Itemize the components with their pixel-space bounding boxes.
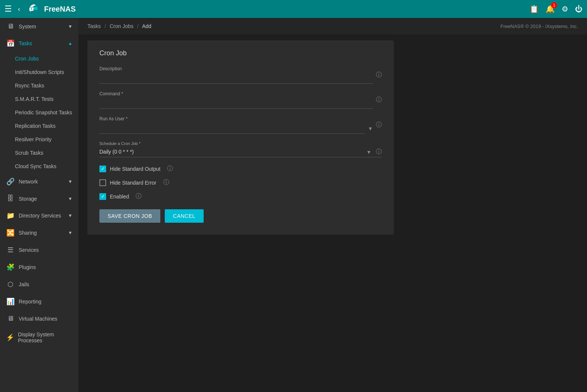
sidebar-subitem-scrub-tasks[interactable]: Scrub Tasks [0, 146, 78, 160]
sidebar-subitem-cron-jobs[interactable]: Cron Jobs [0, 52, 78, 65]
smart-tests-label: S.M.A.R.T. Tests [15, 96, 53, 102]
sharing-arrow-icon: ▼ [68, 230, 72, 235]
form-actions: SAVE CRON JOB CANCEL [99, 209, 382, 223]
logo-area: ☰ ‹ FreeNAS [4, 2, 529, 16]
periodic-snapshot-label: Periodic Snapshot Tasks [15, 109, 72, 115]
system-arrow-icon: ▼ [68, 24, 72, 29]
breadcrumb-tasks[interactable]: Tasks [87, 23, 101, 29]
enabled-checkbox[interactable]: ✓ [99, 193, 106, 200]
breadcrumb-bar: Tasks / Cron Jobs / Add FreeNAS® © 2019 … [78, 18, 587, 34]
run-as-user-help-icon[interactable]: ⓘ [376, 121, 382, 129]
app-title: FreeNAS [44, 5, 75, 13]
schedule-select-wrapper: Daily (0 0 * * *) Hourly (0 * * * *) Wee… [99, 146, 382, 157]
brand-info: FreeNAS® © 2019 - iXsystems, Inc. [500, 24, 578, 29]
sidebar: 🖥 System ▼ 📅 Tasks ▲ Cron Jobs Init/Shut… [0, 18, 78, 392]
sidebar-subitem-smart-tests[interactable]: S.M.A.R.T. Tests [0, 92, 78, 106]
storage-arrow-icon: ▼ [68, 196, 72, 201]
plugins-icon: 🧩 [6, 263, 15, 271]
schedule-select[interactable]: Daily (0 0 * * *) Hourly (0 * * * *) Wee… [99, 146, 382, 157]
notification-badge: 1 [551, 2, 557, 8]
content-area: Tasks / Cron Jobs / Add FreeNAS® © 2019 … [78, 18, 587, 392]
breadcrumb-add: Add [142, 23, 151, 29]
sidebar-item-label-display-system-processes: Display System Processes [18, 331, 72, 343]
header-icons: 📋 🔔 1 ⚙ ⏻ [529, 4, 583, 13]
sidebar-item-virtual-machines[interactable]: 🖥 Virtual Machines [0, 310, 78, 327]
clipboard-icon[interactable]: 📋 [529, 4, 539, 13]
command-field: Command * ⓘ [99, 91, 382, 109]
tasks-icon: 📅 [6, 39, 15, 47]
sidebar-subitem-resilver-priority[interactable]: Resilver Priority [0, 133, 78, 146]
hide-stderr-help-icon[interactable]: ⓘ [163, 179, 169, 186]
hide-stdout-checkbox[interactable]: ✓ [99, 166, 106, 172]
breadcrumb-cron-jobs[interactable]: Cron Jobs [109, 23, 133, 29]
hide-stderr-checkbox[interactable] [99, 179, 106, 186]
command-help-icon[interactable]: ⓘ [376, 96, 382, 104]
sharing-icon: 🔀 [6, 229, 15, 237]
sidebar-subitem-periodic-snapshot[interactable]: Periodic Snapshot Tasks [0, 106, 78, 119]
sidebar-item-display-system-processes[interactable]: ⚡ Display System Processes [0, 327, 78, 348]
hide-stdout-label: Hide Standard Output [110, 166, 160, 172]
sidebar-item-jails[interactable]: ⬡ Jails [0, 276, 78, 293]
schedule-label: Schedule a Cron Job * [99, 141, 382, 146]
schedule-help-icon[interactable]: ⓘ [376, 148, 382, 156]
sidebar-item-sharing[interactable]: 🔀 Sharing ▼ [0, 224, 78, 241]
sidebar-item-network[interactable]: 🔗 Network ▼ [0, 173, 78, 190]
init-shutdown-label: Init/Shutdown Scripts [15, 69, 64, 75]
sidebar-item-label-jails: Jails [19, 281, 29, 287]
hide-stdout-help-icon[interactable]: ⓘ [167, 165, 173, 173]
enabled-row: ✓ Enabled ⓘ [99, 192, 382, 200]
sidebar-item-tasks[interactable]: 📅 Tasks ▲ [0, 35, 78, 52]
cron-job-form-card: Cron Job Description ⓘ Command * [87, 40, 394, 235]
scrub-tasks-label: Scrub Tasks [15, 150, 43, 156]
cron-jobs-label: Cron Jobs [15, 56, 39, 62]
sidebar-subitem-rsync-tasks[interactable]: Rsync Tasks [0, 79, 78, 92]
save-cron-job-button[interactable]: SAVE CRON JOB [99, 209, 160, 223]
notification-bell-icon[interactable]: 🔔 1 [546, 4, 555, 13]
svg-point-0 [31, 8, 32, 10]
directory-services-arrow-icon: ▼ [68, 213, 72, 218]
tasks-arrow-icon: ▲ [68, 41, 72, 46]
sidebar-subitem-init-shutdown[interactable]: Init/Shutdown Scripts [0, 65, 78, 79]
command-field-wrapper: Command * ⓘ [99, 91, 382, 109]
sidebar-subitem-cloud-sync-tasks[interactable]: Cloud Sync Tasks [0, 160, 78, 173]
command-label: Command * [99, 91, 373, 96]
run-as-user-input[interactable] [99, 123, 365, 134]
storage-icon: 🗄 [6, 195, 15, 203]
sidebar-item-label-sharing: Sharing [19, 230, 37, 236]
back-button[interactable]: ‹ [18, 5, 20, 13]
reporting-icon: 📊 [6, 297, 15, 306]
directory-services-icon: 📁 [6, 212, 15, 220]
sidebar-item-services[interactable]: ☰ Services [0, 241, 78, 259]
enabled-help-icon[interactable]: ⓘ [136, 192, 142, 200]
sidebar-item-plugins[interactable]: 🧩 Plugins [0, 259, 78, 276]
jails-icon: ⬡ [6, 280, 15, 288]
sidebar-item-label-services: Services [19, 247, 39, 253]
power-icon[interactable]: ⏻ [575, 5, 583, 13]
sidebar-item-label-plugins: Plugins [19, 264, 36, 270]
description-field: Description ⓘ [99, 66, 382, 84]
sidebar-subitem-replication-tasks[interactable]: Replication Tasks [0, 119, 78, 133]
sidebar-item-system[interactable]: 🖥 System ▼ [0, 18, 78, 35]
schedule-field: Schedule a Cron Job * Daily (0 0 * * *) … [99, 141, 382, 157]
enabled-checkmark: ✓ [101, 194, 105, 199]
cancel-button[interactable]: CANCEL [165, 209, 204, 223]
display-system-processes-icon: ⚡ [6, 333, 14, 342]
hamburger-menu-button[interactable]: ☰ [4, 4, 12, 14]
settings-icon[interactable]: ⚙ [562, 4, 568, 13]
sidebar-item-directory-services[interactable]: 📁 Directory Services ▼ [0, 207, 78, 224]
sidebar-item-reporting[interactable]: 📊 Reporting [0, 293, 78, 310]
network-icon: 🔗 [6, 178, 15, 186]
breadcrumb-sep-2: / [137, 23, 139, 29]
main-layout: 🖥 System ▼ 📅 Tasks ▲ Cron Jobs Init/Shut… [0, 18, 587, 392]
sidebar-item-storage[interactable]: 🗄 Storage ▼ [0, 190, 78, 207]
run-as-user-dropdown-icon[interactable]: ▼ [368, 126, 373, 134]
command-input[interactable] [99, 98, 373, 109]
description-help-icon[interactable]: ⓘ [376, 71, 382, 79]
sidebar-item-label-tasks: Tasks [19, 40, 32, 46]
run-as-user-row: ▼ [99, 123, 373, 134]
description-input[interactable] [99, 73, 373, 84]
sidebar-item-label-network: Network [19, 179, 38, 185]
sidebar-item-label-system: System [19, 24, 36, 30]
sidebar-item-label-reporting: Reporting [19, 299, 41, 305]
description-label: Description [99, 66, 373, 71]
